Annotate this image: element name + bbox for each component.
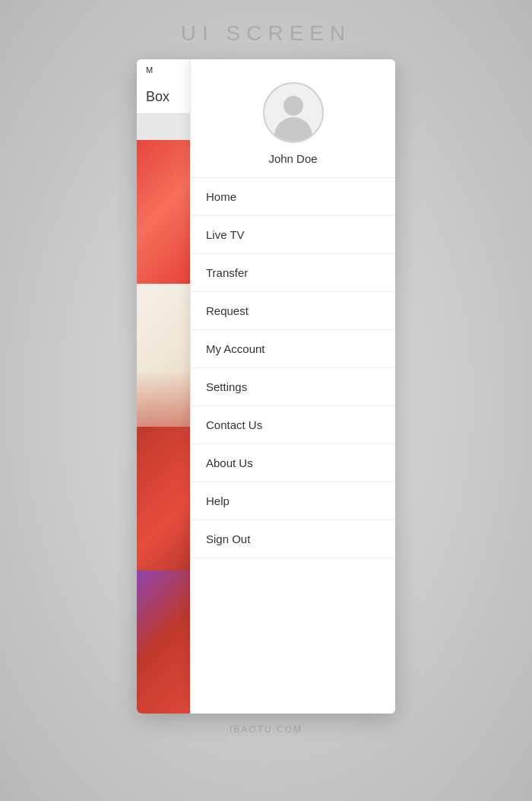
menu-item-contact-us[interactable]: Contact Us [191,406,395,444]
menu-item-help[interactable]: Help [191,482,395,520]
menu-item-request[interactable]: Request [191,292,395,330]
profile-section: John Doe [191,59,395,178]
menu-item-label-settings: Settings [206,380,247,393]
avatar-head [283,96,303,116]
menu-item-label-contact-us: Contact Us [206,418,262,431]
menu-item-about-us[interactable]: About Us [191,444,395,482]
app-title: Box [146,89,169,105]
menu-item-home[interactable]: Home [191,178,395,216]
phone-frame: M 95% Box ⋮ × [137,59,395,714]
menu-item-label-about-us: About Us [206,456,253,469]
menu-list: Home Live TV Transfer Request My Account… [191,178,395,714]
menu-item-label-transfer: Transfer [206,266,248,279]
avatar-body [274,117,312,141]
menu-item-label-help: Help [206,494,230,507]
footer-label: IBAOTU.COM [230,724,302,735]
menu-item-label-home: Home [206,190,236,203]
menu-item-live-tv[interactable]: Live TV [191,216,395,254]
menu-item-transfer[interactable]: Transfer [191,254,395,292]
drawer-menu: John Doe Home Live TV Transfer Request M… [190,59,395,714]
avatar-silhouette [271,96,316,141]
menu-item-label-request: Request [206,304,249,317]
menu-item-my-account[interactable]: My Account [191,330,395,368]
page-title: UI SCREEN [181,21,351,46]
menu-item-label-live-tv: Live TV [206,228,245,241]
carrier-text: M [146,65,153,75]
menu-item-settings[interactable]: Settings [191,368,395,406]
avatar [263,82,324,143]
menu-item-sign-out[interactable]: Sign Out [191,520,395,558]
menu-item-label-sign-out: Sign Out [206,532,250,545]
profile-name: John Doe [268,152,317,165]
menu-item-label-my-account: My Account [206,342,265,355]
